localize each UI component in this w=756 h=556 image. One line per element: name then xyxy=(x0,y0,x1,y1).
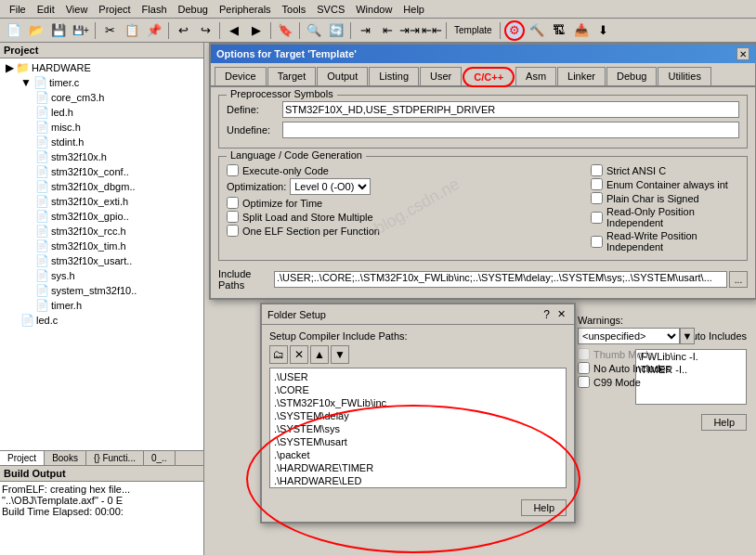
find-btn[interactable]: 🔍 xyxy=(304,20,324,41)
tab-user[interactable]: User xyxy=(420,67,462,85)
optimization-select[interactable]: Level 0 (-O0) xyxy=(290,178,371,195)
tab-linker[interactable]: Linker xyxy=(557,67,606,85)
tab-0[interactable]: 0_.. xyxy=(144,451,176,465)
no-auto-includes-checkbox[interactable] xyxy=(578,362,590,374)
read-only-pos-checkbox[interactable] xyxy=(591,212,603,224)
menu-view[interactable]: View xyxy=(60,2,94,17)
tree-root[interactable]: ▶ 📁 HARDWARE xyxy=(2,60,202,75)
menu-debug[interactable]: Debug xyxy=(173,2,214,17)
h-file-icon: 📄 xyxy=(35,180,49,193)
open-btn[interactable]: 📂 xyxy=(26,20,46,41)
define-row: Define: xyxy=(227,101,739,118)
download2-btn[interactable]: ⬇ xyxy=(593,20,614,41)
menu-project[interactable]: Project xyxy=(93,2,136,17)
list-item[interactable]: 📄 led.c xyxy=(2,313,202,328)
menu-svcs[interactable]: SVCS xyxy=(311,2,350,17)
indent-btn[interactable]: ⇥ xyxy=(355,20,375,41)
split-load-checkbox[interactable] xyxy=(227,211,239,223)
c99-mode-checkbox[interactable] xyxy=(578,376,590,388)
tab-cpp[interactable]: C/C++ xyxy=(463,67,515,87)
list-item[interactable]: 📄 stm32f10x_rcc.h xyxy=(2,224,202,239)
thumb-mode-checkbox[interactable] xyxy=(578,348,590,360)
list-item[interactable]: 📄 stm32f10x_usart.. xyxy=(2,253,202,268)
strict-ansi-checkbox[interactable] xyxy=(591,164,603,176)
folder-add-btn[interactable]: 🗂 xyxy=(269,345,288,364)
plain-char-checkbox[interactable] xyxy=(591,192,603,204)
optimize-time-checkbox[interactable] xyxy=(227,197,239,209)
list-item[interactable]: 📄 stm32f10x.h xyxy=(2,149,202,164)
help-button[interactable]: Help xyxy=(701,414,747,431)
copy-btn[interactable]: 📋 xyxy=(122,20,142,41)
list-item[interactable]: ▼ 📄 timer.c xyxy=(2,75,202,90)
folder-help-btn[interactable]: Help xyxy=(521,499,567,516)
folder-titlebar: Folder Setup ? ✕ xyxy=(262,304,574,325)
unindent2-btn[interactable]: ⇤⇤ xyxy=(422,20,442,41)
list-item[interactable]: 📄 stm32f10x_conf.. xyxy=(2,164,202,179)
cut-btn[interactable]: ✂ xyxy=(99,20,120,41)
list-item[interactable]: 📄 stm32f10x_dbgm.. xyxy=(2,179,202,194)
options-dialog: Options for Target 'Template' ✕ Device T… xyxy=(209,43,756,300)
options-target-btn[interactable]: ⚙ xyxy=(504,20,525,41)
tab-utilities[interactable]: Utilities xyxy=(658,67,710,85)
include-input[interactable]: .\USER;..\CORE;..\STM32F10x_FWLib\inc;..… xyxy=(274,271,727,288)
list-item[interactable]: 📄 system_stm32f10.. xyxy=(2,283,202,298)
list-item[interactable]: 📄 stm32f10x_exti.h xyxy=(2,194,202,209)
tab-debug[interactable]: Debug xyxy=(606,67,657,85)
tab-listing[interactable]: Listing xyxy=(369,67,419,85)
list-item[interactable]: 📄 led.h xyxy=(2,105,202,120)
list-item[interactable]: 📄 sys.h xyxy=(2,268,202,283)
list-item[interactable]: 📄 misc.h xyxy=(2,120,202,135)
bookmark-btn[interactable]: 🔖 xyxy=(275,20,295,41)
tab-output[interactable]: Output xyxy=(317,67,368,85)
save-all-btn[interactable]: 💾+ xyxy=(71,20,91,41)
menu-help[interactable]: Help xyxy=(398,2,430,17)
warnings-dropdown-btn[interactable]: ▼ xyxy=(680,328,695,344)
menu-peripherals[interactable]: Peripherals xyxy=(214,2,277,17)
folder-setup-dialog: Folder Setup ? ✕ Setup Compiler Include … xyxy=(260,303,576,524)
include-browse-btn[interactable]: ... xyxy=(729,271,748,288)
list-item[interactable]: 📄 core_cm3.h xyxy=(2,90,202,105)
undo-btn[interactable]: ↩ xyxy=(173,20,193,41)
rebuild-btn[interactable]: 🏗 xyxy=(549,20,569,41)
list-item[interactable]: 📄 stm32f10x_tim.h xyxy=(2,239,202,253)
paste-btn[interactable]: 📌 xyxy=(144,20,164,41)
unindent-btn[interactable]: ⇤ xyxy=(377,20,398,41)
tab-target[interactable]: Target xyxy=(267,67,317,85)
menu-file[interactable]: File xyxy=(4,2,32,17)
tab-functi[interactable]: {} Functi... xyxy=(86,451,144,465)
tab-device[interactable]: Device xyxy=(215,67,267,85)
build-btn[interactable]: 🔨 xyxy=(527,20,547,41)
one-elf-checkbox[interactable] xyxy=(227,225,239,237)
tab-asm[interactable]: Asm xyxy=(515,67,556,85)
nav-fwd-btn[interactable]: ▶ xyxy=(246,20,267,41)
undefine-input[interactable] xyxy=(282,122,739,138)
folder-up-btn[interactable]: ▲ xyxy=(310,345,329,364)
replace-btn[interactable]: 🔄 xyxy=(326,20,346,41)
menu-window[interactable]: Window xyxy=(350,2,398,17)
options-dialog-close[interactable]: ✕ xyxy=(736,47,749,60)
list-item[interactable]: 📄 timer.h xyxy=(2,298,202,313)
folder-close-btn[interactable]: ✕ xyxy=(554,307,568,322)
enum-container-checkbox[interactable] xyxy=(591,178,603,190)
menu-tools[interactable]: Tools xyxy=(277,2,312,17)
folder-include-list[interactable]: .\USER .\CORE .\STM32F10x_FWLib\inc .\SY… xyxy=(269,368,567,488)
folder-dialog-buttons: ? ✕ xyxy=(543,307,568,322)
new-file-btn[interactable]: 📄 xyxy=(4,20,24,41)
indent2-btn[interactable]: ⇥⇥ xyxy=(399,20,420,41)
download-btn[interactable]: 📥 xyxy=(571,20,592,41)
define-input[interactable] xyxy=(282,101,739,118)
list-item[interactable]: 📄 stm32f10x_gpio.. xyxy=(2,209,202,224)
folder-down-btn[interactable]: ▼ xyxy=(331,345,349,364)
execute-only-checkbox[interactable] xyxy=(227,164,239,176)
folder-delete-btn[interactable]: ✕ xyxy=(290,345,308,364)
menu-flash[interactable]: Flash xyxy=(137,2,173,17)
menu-edit[interactable]: Edit xyxy=(32,2,60,17)
tab-books[interactable]: Books xyxy=(45,451,86,465)
tab-project[interactable]: Project xyxy=(0,451,45,465)
list-item[interactable]: 📄 stdint.h xyxy=(2,135,202,149)
save-btn[interactable]: 💾 xyxy=(48,20,69,41)
warnings-select[interactable]: <unspecified> xyxy=(578,328,680,344)
nav-back-btn[interactable]: ◀ xyxy=(224,20,244,41)
redo-btn[interactable]: ↪ xyxy=(195,20,215,41)
read-write-pos-checkbox[interactable] xyxy=(591,236,603,248)
